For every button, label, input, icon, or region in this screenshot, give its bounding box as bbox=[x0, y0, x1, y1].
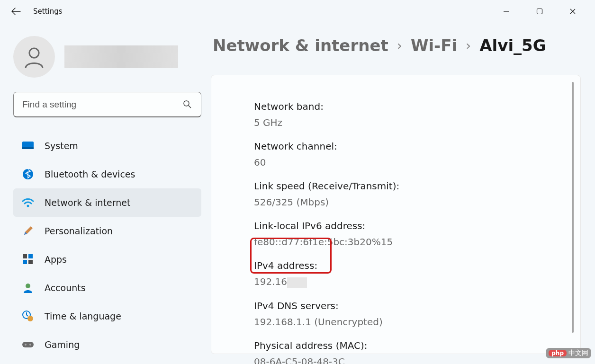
window-controls bbox=[490, 2, 589, 21]
breadcrumb-wifi[interactable]: Wi-Fi bbox=[411, 36, 457, 55]
sidebar-item-label: Personalization bbox=[45, 226, 113, 236]
svg-point-13 bbox=[26, 284, 30, 288]
sidebar-item-apps[interactable]: Apps bbox=[13, 245, 201, 274]
ipv4-value: 192.16 bbox=[254, 276, 580, 288]
svg-point-3 bbox=[184, 101, 189, 106]
sidebar-item-accounts[interactable]: Accounts bbox=[13, 274, 201, 302]
content-area: Network & internet › Wi-Fi › Alvi_5G Net… bbox=[211, 23, 595, 364]
svg-rect-16 bbox=[22, 342, 34, 347]
close-button[interactable] bbox=[556, 2, 589, 21]
svg-point-2 bbox=[29, 48, 39, 58]
titlebar: Settings bbox=[0, 0, 595, 23]
sidebar-item-network[interactable]: Network & internet bbox=[13, 188, 201, 217]
svg-rect-12 bbox=[28, 260, 33, 264]
svg-rect-10 bbox=[28, 254, 33, 258]
mac-label: Physical address (MAC): bbox=[254, 340, 580, 351]
minimize-button[interactable] bbox=[490, 2, 523, 21]
ipv6-value: fe80::d77:6f1e:5bc:3b20%15 bbox=[254, 236, 580, 248]
nav-list: System Bluetooth & devices Network & int… bbox=[13, 132, 201, 359]
sidebar-item-time[interactable]: Time & language bbox=[13, 302, 201, 330]
watermark-badge: php bbox=[549, 350, 567, 356]
sidebar-item-label: Network & internet bbox=[45, 197, 130, 208]
svg-rect-9 bbox=[23, 254, 27, 258]
details-panel: Network band: 5 GHz Network channel: 60 … bbox=[211, 75, 581, 354]
svg-point-15 bbox=[27, 316, 33, 321]
watermark: php 中文网 bbox=[546, 348, 591, 358]
svg-rect-11 bbox=[23, 260, 27, 264]
search-box[interactable] bbox=[13, 92, 201, 117]
content-scrollbar[interactable] bbox=[572, 82, 574, 333]
profile-name bbox=[64, 45, 178, 68]
network-channel-value: 60 bbox=[254, 157, 580, 168]
brush-icon bbox=[22, 225, 34, 237]
maximize-button[interactable] bbox=[523, 2, 556, 21]
avatar bbox=[13, 36, 55, 78]
breadcrumb-current: Alvi_5G bbox=[479, 36, 546, 55]
chevron-right-icon: › bbox=[466, 38, 471, 53]
redacted-value bbox=[287, 277, 307, 288]
ipv4-label: IPv4 address: bbox=[254, 260, 580, 271]
sidebar-item-label: Bluetooth & devices bbox=[45, 169, 135, 179]
svg-point-17 bbox=[25, 344, 27, 346]
search-input[interactable] bbox=[22, 99, 183, 110]
breadcrumb: Network & internet › Wi-Fi › Alvi_5G bbox=[213, 36, 581, 55]
dns-value: 192.168.1.1 (Unencrypted) bbox=[254, 316, 580, 328]
sidebar-item-label: Accounts bbox=[45, 283, 86, 293]
chevron-right-icon: › bbox=[397, 38, 402, 53]
network-channel-label: Network channel: bbox=[254, 141, 580, 152]
search-icon bbox=[183, 100, 192, 109]
app-title: Settings bbox=[33, 7, 63, 16]
network-band-value: 5 GHz bbox=[254, 117, 580, 128]
breadcrumb-network[interactable]: Network & internet bbox=[213, 36, 388, 55]
sidebar-item-bluetooth[interactable]: Bluetooth & devices bbox=[13, 160, 201, 188]
apps-icon bbox=[22, 253, 34, 266]
svg-line-4 bbox=[189, 106, 191, 108]
bluetooth-icon bbox=[22, 168, 34, 180]
person-icon bbox=[22, 282, 34, 294]
dns-label: IPv4 DNS servers: bbox=[254, 300, 580, 311]
svg-rect-6 bbox=[22, 147, 34, 149]
sidebar: System Bluetooth & devices Network & int… bbox=[0, 23, 211, 364]
sidebar-item-label: System bbox=[45, 141, 78, 151]
profile-section[interactable] bbox=[13, 36, 201, 78]
link-speed-label: Link speed (Receive/Transmit): bbox=[254, 180, 580, 192]
watermark-text: 中文网 bbox=[568, 349, 588, 357]
ipv6-label: Link-local IPv6 address: bbox=[254, 220, 580, 231]
mac-value: 08-6A-C5-08-48-3C bbox=[254, 356, 580, 364]
monitor-icon bbox=[22, 140, 34, 152]
sidebar-item-label: Time & language bbox=[45, 311, 121, 321]
svg-rect-1 bbox=[537, 9, 542, 14]
sidebar-item-system[interactable]: System bbox=[13, 132, 201, 160]
clock-globe-icon bbox=[22, 310, 34, 322]
svg-point-18 bbox=[29, 344, 31, 346]
wifi-icon bbox=[22, 196, 34, 209]
gamepad-icon bbox=[22, 338, 34, 351]
network-band-label: Network band: bbox=[254, 101, 580, 112]
sidebar-item-gaming[interactable]: Gaming bbox=[13, 330, 201, 359]
link-speed-value: 526/325 (Mbps) bbox=[254, 196, 580, 208]
svg-point-8 bbox=[27, 205, 29, 207]
sidebar-item-label: Apps bbox=[45, 254, 67, 265]
back-button[interactable] bbox=[11, 7, 21, 16]
sidebar-item-label: Gaming bbox=[45, 339, 80, 350]
sidebar-item-personalization[interactable]: Personalization bbox=[13, 217, 201, 245]
